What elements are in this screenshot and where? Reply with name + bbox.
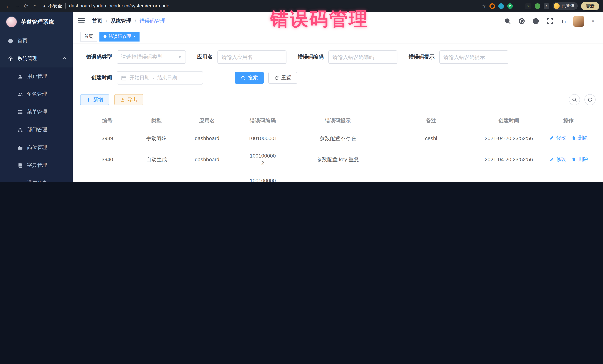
sidebar-item-3[interactable]: 角色管理 xyxy=(0,85,73,103)
tab-home[interactable]: 首页 xyxy=(80,32,97,41)
delete-link-label: 删除 xyxy=(578,155,588,163)
cell-remark: ceshi xyxy=(386,129,476,147)
edit-link[interactable]: 修改 xyxy=(549,155,566,163)
sidebar-item-label: 字典管理 xyxy=(27,162,68,169)
avatar-caret-icon[interactable]: ▼ xyxy=(591,19,595,23)
add-button-label: 新增 xyxy=(93,96,103,103)
column-header: 类型 xyxy=(135,113,178,129)
user-icon xyxy=(17,73,23,79)
edit-link[interactable]: 修改 xyxy=(549,180,566,182)
filter-type-label: 错误码类型 xyxy=(80,54,112,60)
svg-text:?: ? xyxy=(535,19,537,23)
edit-icon xyxy=(549,181,555,182)
error-type-select[interactable]: 请选择错误码类型 ▼ xyxy=(117,50,186,64)
filter-row-1: 错误码类型 请选择错误码类型 ▼ 应用名 错误码编码 错误码提示 xyxy=(80,50,596,64)
address-bar[interactable]: ▲ 不安全 dashboard.yudao.iocoder.cn/system/… xyxy=(42,3,169,9)
sidebar-item-1[interactable]: 系统管理 xyxy=(0,50,73,67)
cell-actions: 修改删除 xyxy=(541,129,596,147)
cell-id: 3940 xyxy=(80,147,135,172)
search-button[interactable]: 搜索 xyxy=(235,72,264,84)
breadcrumb: 首页 / 系统管理 / 错误码管理 xyxy=(92,18,165,24)
cell-type: 自动生成 xyxy=(135,147,178,172)
sidebar-item-4[interactable]: 菜单管理 xyxy=(0,103,73,121)
reset-button-label: 重置 xyxy=(281,75,291,81)
extension-green-check-icon[interactable]: V xyxy=(507,3,513,9)
error-code-input[interactable] xyxy=(328,50,397,64)
back-icon[interactable]: ← xyxy=(4,3,13,9)
extensions-pin-icon[interactable]: ✦ xyxy=(544,3,549,9)
font-size-icon[interactable]: TT xyxy=(561,18,567,24)
search-icon[interactable] xyxy=(504,18,511,25)
filter-time: 创建时间 开始日期 - 结束日期 xyxy=(80,71,203,85)
sidebar-item-7[interactable]: 字典管理 xyxy=(0,156,73,174)
delete-link[interactable]: 删除 xyxy=(571,134,588,142)
column-header: 错误码提示 xyxy=(290,113,386,129)
sidebar-item-label: 岗位管理 xyxy=(27,144,68,151)
browser-update-button[interactable]: 更新 xyxy=(581,2,599,10)
cell-created: 2021-04-20 23:52:56 xyxy=(476,129,541,147)
search-button-label: 搜索 xyxy=(248,75,258,81)
sidebar-item-label: 通知公告 xyxy=(27,180,68,182)
extension-orange-icon[interactable] xyxy=(489,3,495,9)
edit-link[interactable]: 修改 xyxy=(549,134,566,142)
book-icon xyxy=(17,162,23,168)
user-avatar[interactable] xyxy=(573,16,584,26)
home-icon[interactable]: ⌂ xyxy=(30,3,39,9)
sidebar-item-6[interactable]: 岗位管理 xyxy=(0,139,73,156)
error-msg-input[interactable] xyxy=(439,50,508,64)
delete-link-label: 删除 xyxy=(578,134,588,142)
tab-close-icon[interactable]: × xyxy=(133,34,136,39)
github-icon[interactable] xyxy=(518,18,525,25)
reset-button[interactable]: 重置 xyxy=(268,72,297,84)
app-title: 芋道管理系统 xyxy=(21,18,54,25)
tab-home-label: 首页 xyxy=(84,33,93,40)
refresh-icon[interactable] xyxy=(584,94,596,105)
delete-link-label: 删除 xyxy=(578,180,588,182)
export-button[interactable]: 导出 xyxy=(114,94,143,105)
cell-id: 3939 xyxy=(80,129,135,147)
breadcrumb-home[interactable]: 首页 xyxy=(92,18,103,24)
reload-icon[interactable]: ⟳ xyxy=(22,3,30,9)
extension-leaf-icon[interactable] xyxy=(534,3,540,9)
date-range-picker[interactable]: 开始日期 - 结束日期 xyxy=(117,71,203,85)
table-body: 3939手动编辑dashboard1001000001参数配置不存在ceshi2… xyxy=(80,129,596,182)
forward-icon[interactable]: → xyxy=(13,3,22,9)
delete-link[interactable]: 删除 xyxy=(571,155,588,163)
bookmark-star-icon[interactable]: ☆ xyxy=(482,3,486,9)
browser-toolbar: ← → ⟳ ⌂ ▲ 不安全 dashboard.yudao.iocoder.cn… xyxy=(0,0,603,12)
sidebar-item-8[interactable]: 通知公告 xyxy=(0,174,73,182)
end-date-placeholder: 结束日期 xyxy=(157,75,177,81)
delete-link[interactable]: 删除 xyxy=(571,180,588,182)
help-icon[interactable]: ? xyxy=(533,18,540,25)
list-icon xyxy=(17,109,23,115)
cell-msg: 参数配置 key 重复 xyxy=(290,147,386,172)
column-header: 错误码编码 xyxy=(236,113,290,129)
extension-grid-icon[interactable] xyxy=(516,3,522,9)
app-logo-row[interactable]: 芋道管理系统 xyxy=(0,12,73,32)
toggle-search-icon[interactable] xyxy=(569,94,580,105)
sidebar-menu: 首页系统管理用户管理角色管理菜单管理部门管理岗位管理字典管理通知公告审计日志在线… xyxy=(0,32,73,182)
filter-app-label: 应用名 xyxy=(197,54,213,60)
extension-teal-icon[interactable] xyxy=(498,3,504,9)
delete-icon xyxy=(571,135,577,141)
cell-code: 1001000001 xyxy=(236,129,290,147)
cell-actions: 修改删除 xyxy=(541,172,596,182)
add-button[interactable]: 新增 xyxy=(80,94,109,105)
app-name-input[interactable] xyxy=(218,50,287,64)
extension-on-badge-icon[interactable]: on xyxy=(525,3,531,9)
breadcrumb-system[interactable]: 系统管理 xyxy=(111,18,131,24)
sidebar-item-0[interactable]: 首页 xyxy=(0,32,73,50)
start-date-placeholder: 开始日期 xyxy=(129,75,150,81)
tab-error-code[interactable]: 错误码管理 × xyxy=(99,32,140,41)
edit-link-label: 修改 xyxy=(556,134,566,142)
browser-profile[interactable]: 已暂停 xyxy=(552,2,578,10)
sidebar-item-5[interactable]: 部门管理 xyxy=(0,121,73,139)
sidebar: 芋道管理系统 首页系统管理用户管理角色管理菜单管理部门管理岗位管理字典管理通知公… xyxy=(0,12,73,182)
fullscreen-icon[interactable] xyxy=(547,18,554,25)
filter-msg: 错误码提示 xyxy=(408,50,508,64)
security-label: 不安全 xyxy=(48,3,62,9)
sidebar-item-label: 用户管理 xyxy=(27,73,68,80)
collapse-sidebar-icon[interactable] xyxy=(78,17,86,25)
sidebar-item-2[interactable]: 用户管理 xyxy=(0,67,73,85)
cell-created: 2021-04-20 23:52:56 xyxy=(476,172,541,182)
